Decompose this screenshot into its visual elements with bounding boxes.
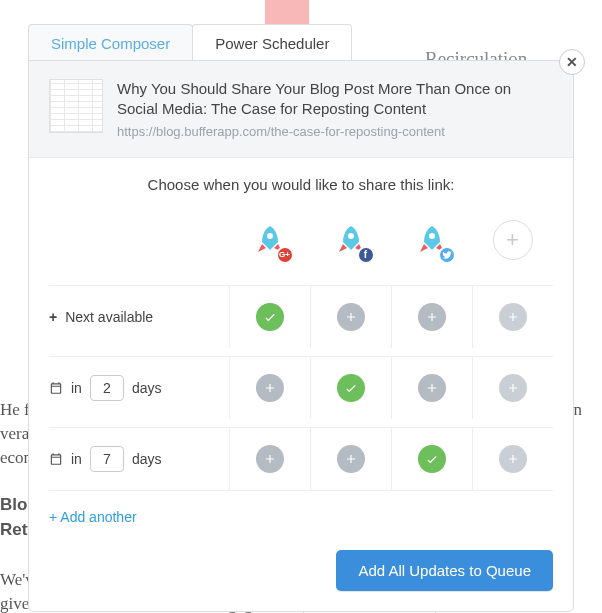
time-row-in-days: in days: [49, 427, 553, 491]
link-thumbnail: [49, 79, 103, 133]
schedule-grid: G+ f: [29, 209, 573, 491]
calendar-icon: [49, 381, 63, 395]
slot-toggle[interactable]: [499, 374, 527, 402]
profile-avatar-facebook[interactable]: f: [331, 220, 371, 260]
slot-toggle[interactable]: [418, 445, 446, 473]
days-label: days: [132, 451, 162, 467]
next-available-label: Next available: [65, 309, 153, 325]
row-label-next-available: + Next available: [49, 309, 229, 325]
close-icon: ✕: [566, 54, 578, 70]
link-title: Why You Should Share Your Blog Post More…: [117, 79, 553, 120]
plus-icon: +: [506, 227, 519, 253]
slot-toggle[interactable]: [337, 445, 365, 473]
link-preview-header: Why You Should Share Your Blog Post More…: [29, 61, 573, 158]
tab-simple-composer[interactable]: Simple Composer: [28, 24, 193, 63]
tab-power-scheduler[interactable]: Power Scheduler: [192, 24, 352, 63]
plus-icon: +: [49, 309, 57, 325]
link-text: Why You Should Share Your Blog Post More…: [117, 79, 553, 139]
slot-toggle[interactable]: [418, 303, 446, 331]
profile-header-row: G+ f: [49, 209, 553, 271]
power-scheduler-modal: ✕ Why You Should Share Your Blog Post Mo…: [28, 60, 574, 612]
in-label: in: [71, 451, 82, 467]
profile-cells: G+ f: [229, 209, 553, 271]
calendar-icon: [49, 452, 63, 466]
add-profile-button[interactable]: +: [493, 220, 533, 260]
profile-avatar-googleplus[interactable]: G+: [250, 220, 290, 260]
slot-toggle[interactable]: [499, 445, 527, 473]
twitter-badge-icon: [438, 246, 456, 264]
svg-point-0: [267, 233, 273, 239]
slot-toggle[interactable]: [499, 303, 527, 331]
svg-point-2: [429, 233, 435, 239]
schedule-prompt: Choose when you would like to share this…: [29, 158, 573, 209]
time-row-next-available: + Next available: [49, 285, 553, 348]
add-another-link[interactable]: + Add another: [29, 499, 157, 525]
days-input[interactable]: [90, 375, 124, 401]
row-label-days: in days: [49, 375, 229, 401]
googleplus-badge-icon: G+: [276, 246, 294, 264]
bg-highlight: [265, 0, 309, 24]
time-row-in-days: in days: [49, 356, 553, 419]
facebook-badge-icon: f: [357, 246, 375, 264]
close-button[interactable]: ✕: [559, 49, 585, 75]
in-label: in: [71, 380, 82, 396]
slot-toggle[interactable]: [337, 374, 365, 402]
days-input[interactable]: [90, 446, 124, 472]
bg-text: vera: [0, 424, 29, 444]
time-rows: + Next available in days: [49, 285, 553, 491]
slot-toggle[interactable]: [256, 303, 284, 331]
slot-toggle[interactable]: [256, 445, 284, 473]
slot-toggle[interactable]: [418, 374, 446, 402]
add-all-to-queue-button[interactable]: Add All Updates to Queue: [336, 550, 553, 591]
slot-toggle[interactable]: [256, 374, 284, 402]
profile-avatar-twitter[interactable]: [412, 220, 452, 260]
row-label-days: in days: [49, 446, 229, 472]
days-label: days: [132, 380, 162, 396]
modal-footer: Add All Updates to Queue: [29, 526, 573, 591]
svg-point-1: [348, 233, 354, 239]
slot-toggle[interactable]: [337, 303, 365, 331]
composer-tabs: Simple Composer Power Scheduler: [28, 24, 351, 63]
link-url: https://blog.bufferapp.com/the-case-for-…: [117, 124, 553, 139]
